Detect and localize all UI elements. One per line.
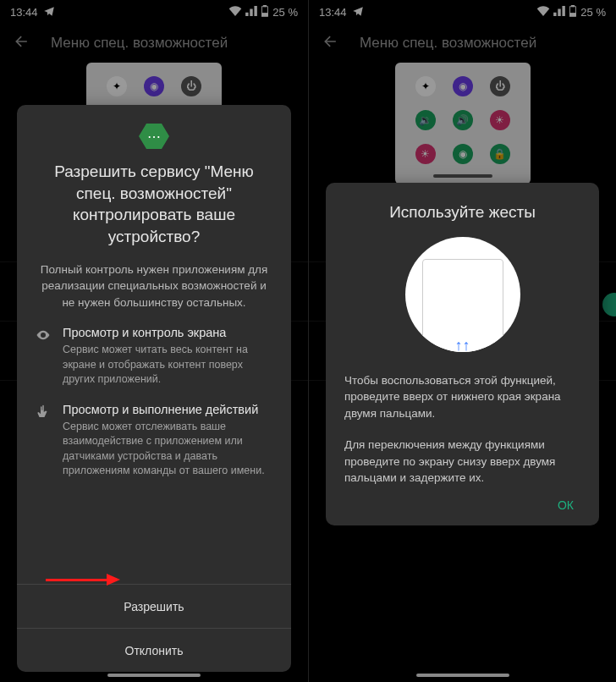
nav-handle[interactable]: [416, 674, 509, 677]
annotation-arrow: [46, 574, 120, 586]
gesture-title: Используйте жесты: [344, 201, 580, 223]
allow-button[interactable]: Разрешить: [17, 584, 291, 628]
ok-button[interactable]: ОК: [344, 487, 580, 519]
dialog-body: Полный контроль нужен приложениям для ре…: [36, 261, 272, 311]
eye-icon: [36, 327, 52, 388]
gesture-dialog: Используйте жесты ↑↑ Чтобы воспользовать…: [326, 183, 599, 525]
gesture-body-1: Чтобы воспользоваться этой функцией, про…: [344, 372, 580, 422]
dialog-title: Разрешить сервису "Меню спец. возможност…: [36, 161, 272, 248]
dialog-badge-icon: ⋯: [139, 124, 169, 149]
perm-view-title: Просмотр и контроль экрана: [63, 326, 272, 339]
deny-button[interactable]: Отклонить: [17, 628, 291, 672]
hand-icon: [36, 404, 52, 479]
perm-action-title: Просмотр и выполнение действий: [63, 403, 272, 416]
gesture-illustration: ↑↑: [405, 237, 520, 352]
swipe-up-arrows-icon: ↑↑: [455, 337, 470, 352]
perm-action-desc: Сервис может отслеживать ваше взаимодейс…: [63, 420, 272, 479]
gesture-body-2: Для переключения между функциями проведи…: [344, 437, 580, 487]
permission-dialog: ⋯ Разрешить сервису "Меню спец. возможно…: [17, 105, 291, 672]
nav-handle[interactable]: [107, 674, 201, 677]
permission-view-screen: Просмотр и контроль экрана Сервис может …: [36, 326, 272, 388]
perm-view-desc: Сервис может читать весь контент на экра…: [63, 343, 272, 388]
permission-perform-actions: Просмотр и выполнение действий Сервис мо…: [36, 403, 272, 479]
